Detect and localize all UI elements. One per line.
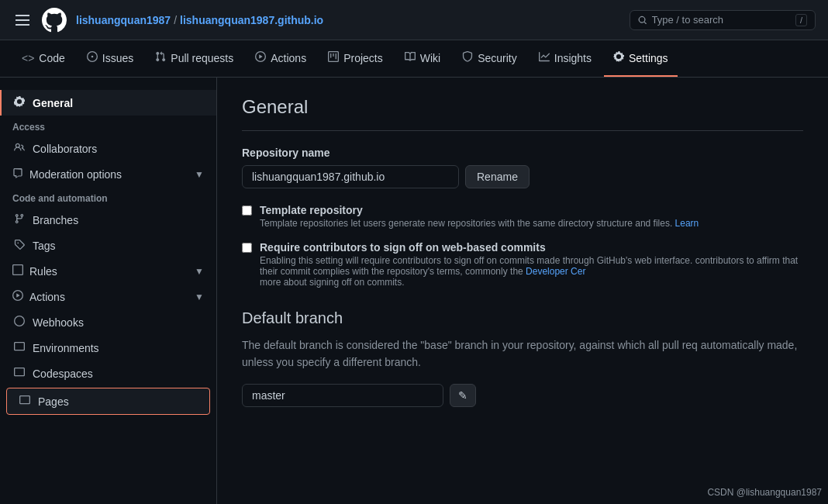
tab-pull-requests[interactable]: Pull requests xyxy=(146,40,243,77)
environments-icon xyxy=(14,341,26,354)
sidebar-item-codespaces[interactable]: Codespaces xyxy=(0,361,216,386)
wiki-icon xyxy=(405,51,416,64)
tab-code[interactable]: <> Code xyxy=(12,40,74,77)
actions-sidebar-icon xyxy=(12,290,23,303)
sidebar-code-section: Code and automation xyxy=(0,187,216,207)
tab-settings[interactable]: Settings xyxy=(604,40,678,77)
template-repo-desc: Template repositories let users generate… xyxy=(260,218,699,229)
watermark: CSDN @lishuangquan1987 xyxy=(707,487,822,498)
webhooks-label: Webhooks xyxy=(33,316,84,329)
code-icon: <> xyxy=(22,52,34,64)
page-title: General xyxy=(242,96,803,131)
repo-name-nav[interactable]: lishuangquan1987.github.io xyxy=(180,14,323,26)
actions-label: Actions xyxy=(29,291,65,303)
rules-label: Rules xyxy=(29,265,57,278)
tab-insights[interactable]: Insights xyxy=(530,40,601,77)
security-icon xyxy=(462,51,473,64)
actions-icon xyxy=(255,51,266,64)
sidebar: General Access Collaborators Moderation … xyxy=(0,78,217,504)
collaborators-icon xyxy=(14,142,26,155)
top-navigation: lishuangquan1987 / lishuangquan1987.gith… xyxy=(0,0,828,40)
settings-icon xyxy=(613,51,624,64)
actions-left: Actions xyxy=(12,290,65,303)
sidebar-item-tags[interactable]: Tags xyxy=(0,233,216,258)
tags-icon xyxy=(14,239,26,252)
sign-off-checkbox[interactable] xyxy=(242,243,252,253)
rules-chevron: ▼ xyxy=(195,266,204,277)
rules-left: Rules xyxy=(12,264,57,278)
repo-owner[interactable]: lishuangquan1987 xyxy=(76,14,171,26)
collaborators-label: Collaborators xyxy=(33,143,97,155)
environments-label: Environments xyxy=(33,342,99,354)
sidebar-item-pages[interactable]: Pages xyxy=(6,388,210,415)
edit-branch-button[interactable]: ✎ xyxy=(450,384,476,407)
sidebar-item-general[interactable]: General xyxy=(0,90,216,116)
tab-projects[interactable]: Projects xyxy=(319,40,392,77)
moderation-label: Moderation options xyxy=(29,168,122,181)
sidebar-access-section: Access xyxy=(0,116,216,136)
codespaces-label: Codespaces xyxy=(33,368,93,380)
sidebar-item-rules[interactable]: Rules ▼ xyxy=(0,258,216,284)
projects-icon xyxy=(328,51,339,64)
edit-icon: ✎ xyxy=(458,389,467,402)
sign-off-group: Require contributors to sign off on web-… xyxy=(242,241,803,288)
default-branch-title: Default branch xyxy=(242,309,803,327)
template-repo-link[interactable]: Learn xyxy=(675,218,699,229)
branch-input[interactable] xyxy=(242,384,443,407)
sidebar-item-environments[interactable]: Environments xyxy=(0,335,216,361)
sidebar-item-moderation[interactable]: Moderation options ▼ xyxy=(0,161,216,187)
pages-label: Pages xyxy=(38,395,69,408)
tab-wiki[interactable]: Wiki xyxy=(395,40,450,77)
rules-icon xyxy=(12,264,23,278)
search-input[interactable] xyxy=(652,14,791,26)
codespaces-icon xyxy=(14,367,26,380)
sidebar-item-collaborators[interactable]: Collaborators xyxy=(0,136,216,161)
sign-off-desc: Enabling this setting will require contr… xyxy=(260,255,803,288)
search-slash: / xyxy=(795,14,807,26)
template-repo-checkbox[interactable] xyxy=(242,205,252,216)
tags-label: Tags xyxy=(33,240,56,252)
hamburger-menu[interactable] xyxy=(12,12,33,29)
main-content: General Repository name Rename Template … xyxy=(217,78,828,504)
pr-icon xyxy=(155,51,166,64)
repo-name-row: Rename xyxy=(242,165,803,188)
sidebar-item-actions[interactable]: Actions ▼ xyxy=(0,284,216,309)
branch-input-row: ✎ xyxy=(242,384,803,407)
tab-security[interactable]: Security xyxy=(453,40,526,77)
moderation-icon xyxy=(12,167,23,181)
repo-tabs: <> Code Issues Pull requests Actions Pro… xyxy=(0,40,828,78)
github-logo xyxy=(42,8,67,33)
pages-icon xyxy=(19,395,32,408)
sidebar-item-webhooks[interactable]: Webhooks xyxy=(0,309,216,335)
repo-name-input[interactable] xyxy=(242,165,459,188)
branches-label: Branches xyxy=(33,214,78,226)
rename-button[interactable]: Rename xyxy=(465,165,530,188)
template-repo-label: Template repository xyxy=(260,204,699,216)
search-box[interactable]: / xyxy=(630,10,816,30)
sign-off-link[interactable]: Developer Cer xyxy=(526,266,585,277)
repo-path: lishuangquan1987 / lishuangquan1987.gith… xyxy=(76,14,323,26)
repo-name-label: Repository name xyxy=(242,147,803,159)
template-repo-text: Template repository Template repositorie… xyxy=(260,204,699,229)
sign-off-text: Require contributors to sign off on web-… xyxy=(260,241,803,288)
search-icon xyxy=(638,15,647,26)
sidebar-general-label: General xyxy=(33,97,73,109)
path-separator: / xyxy=(174,14,177,26)
general-icon xyxy=(14,96,26,109)
issues-icon xyxy=(87,51,98,64)
actions-chevron: ▼ xyxy=(195,292,204,302)
repo-name-group: Repository name Rename xyxy=(242,147,803,188)
insights-icon xyxy=(539,51,550,64)
moderation-left: Moderation options xyxy=(12,167,122,181)
template-repo-group: Template repository Template repositorie… xyxy=(242,204,803,229)
sign-off-label: Require contributors to sign off on web-… xyxy=(260,241,803,254)
sidebar-item-branches[interactable]: Branches xyxy=(0,207,216,233)
default-branch-desc: The default branch is considered the "ba… xyxy=(242,337,803,371)
branches-icon xyxy=(14,213,26,226)
moderation-chevron: ▼ xyxy=(195,169,204,180)
webhooks-icon xyxy=(14,316,26,329)
main-layout: General Access Collaborators Moderation … xyxy=(0,78,828,504)
tab-actions[interactable]: Actions xyxy=(246,40,316,77)
tab-issues[interactable]: Issues xyxy=(78,40,143,77)
